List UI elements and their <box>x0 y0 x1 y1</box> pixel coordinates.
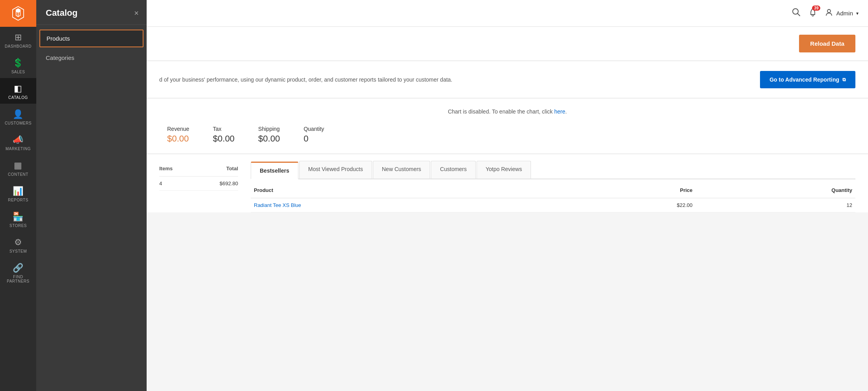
chart-area: Chart is disabled. To enable the chart, … <box>147 99 868 154</box>
stat-tax: Tax $0.00 <box>213 126 235 144</box>
customers-icon: 👤 <box>13 109 24 119</box>
product-price-cell: $22.00 <box>566 198 696 212</box>
nav-item-reports-label: REPORTS <box>8 198 28 202</box>
nav-item-sales[interactable]: 💲 SALES <box>0 52 36 78</box>
stat-tax-label: Tax <box>213 126 235 132</box>
right-section: Bestsellers Most Viewed Products New Cus… <box>238 155 855 212</box>
product-link[interactable]: Radiant Tee XS Blue <box>254 202 301 208</box>
price-col-header: Price <box>566 182 696 198</box>
admin-menu-button[interactable]: Admin ▾ <box>825 8 859 18</box>
search-icon[interactable] <box>792 8 801 19</box>
svg-line-1 <box>798 14 800 16</box>
find-partners-icon: 🔗 <box>13 263 24 273</box>
advanced-reporting-section: d of your business' performance, using o… <box>147 61 868 98</box>
nav-item-reports[interactable]: 📊 REPORTS <box>0 181 36 206</box>
bottom-table-area: Items Total 4 $692.80 Bestsellers Most V… <box>159 155 855 212</box>
nav-item-stores-label: STORES <box>9 223 27 228</box>
catalog-icon: ◧ <box>14 84 22 94</box>
advanced-reporting-button-label: Go to Advanced Reporting <box>769 76 839 83</box>
stat-revenue-label: Revenue <box>167 126 189 132</box>
admin-label: Admin <box>836 10 853 17</box>
notification-count: 39 <box>812 6 820 11</box>
nav-item-catalog-label: CATALOG <box>8 95 28 100</box>
main-content: 39 Admin ▾ Reload Data d of your busines… <box>147 0 868 391</box>
tab-new-customers[interactable]: New Customers <box>373 161 430 179</box>
nav-item-customers-label: CUSTOMERS <box>5 121 32 125</box>
stat-quantity-value: 0 <box>304 134 324 144</box>
stats-row: Revenue $0.00 Tax $0.00 Shipping $0.00 Q… <box>159 126 855 144</box>
flyout-header: Catalog × <box>36 0 147 25</box>
reload-data-button[interactable]: Reload Data <box>799 35 855 52</box>
content-icon: ▦ <box>14 160 22 171</box>
nav-item-sales-label: SALES <box>11 70 25 74</box>
catalog-flyout: Catalog × Products Categories <box>36 0 147 391</box>
product-table: Product Price Quantity Radiant Tee XS Bl… <box>251 182 855 212</box>
dashboard-bar: Reload Data <box>147 27 868 61</box>
nav-item-find-partners[interactable]: 🔗 FIND PARTNERS <box>0 257 36 287</box>
chart-enable-link[interactable]: here <box>554 108 565 115</box>
reports-icon: 📊 <box>13 186 24 196</box>
nav-item-marketing[interactable]: 📣 MARKETING <box>0 129 36 155</box>
chart-disabled-text-prefix: Chart is disabled. To enable the chart, … <box>448 108 554 115</box>
nav-item-content-label: CONTENT <box>8 172 28 177</box>
product-col-header: Product <box>251 182 566 198</box>
stat-revenue-value: $0.00 <box>167 134 189 144</box>
chart-disabled-message: Chart is disabled. To enable the chart, … <box>159 108 855 115</box>
nav-icons-bar: ⊞ DASHBOARD 💲 SALES ◧ CATALOG 👤 CUSTOMER… <box>0 0 36 391</box>
advanced-reporting-description: d of your business' performance, using o… <box>159 76 760 83</box>
product-quantity-cell: 12 <box>696 198 855 212</box>
left-table-row: 4 $692.80 <box>159 177 238 191</box>
nav-item-dashboard[interactable]: ⊞ DASHBOARD <box>0 27 36 52</box>
nav-item-system[interactable]: ⚙ SYSTEM <box>0 232 36 257</box>
top-header: 39 Admin ▾ <box>147 0 868 27</box>
tab-bestsellers[interactable]: Bestsellers <box>251 162 298 179</box>
left-summary-table: Items Total 4 $692.80 <box>159 155 238 212</box>
nav-item-catalog[interactable]: ◧ CATALOG <box>0 78 36 104</box>
stat-shipping-value: $0.00 <box>258 134 280 144</box>
left-col-items-header: Items <box>159 166 173 171</box>
tab-most-viewed-products[interactable]: Most Viewed Products <box>299 161 372 179</box>
admin-dropdown-icon: ▾ <box>856 11 859 16</box>
tab-yotpo-reviews[interactable]: Yotpo Reviews <box>477 161 531 179</box>
flyout-title: Catalog <box>46 8 78 18</box>
header-actions: 39 Admin ▾ <box>792 8 859 19</box>
system-icon: ⚙ <box>14 237 22 248</box>
svg-point-3 <box>827 9 831 13</box>
notification-bell-button[interactable]: 39 <box>808 8 817 19</box>
stat-quantity-label: Quantity <box>304 126 324 132</box>
nav-item-content[interactable]: ▦ CONTENT <box>0 155 36 181</box>
advanced-reporting-button[interactable]: Go to Advanced Reporting ⧉ <box>760 71 855 88</box>
flyout-close-button[interactable]: × <box>134 9 139 17</box>
nav-item-marketing-label: MARKETING <box>6 147 31 151</box>
left-table-header: Items Total <box>159 162 238 177</box>
stores-icon: 🏪 <box>13 212 24 222</box>
stat-tax-value: $0.00 <box>213 134 235 144</box>
nav-item-stores[interactable]: 🏪 STORES <box>0 206 36 232</box>
product-name-cell: Radiant Tee XS Blue <box>251 198 566 212</box>
left-total-value: $692.80 <box>220 181 238 186</box>
tabs-bar: Bestsellers Most Viewed Products New Cus… <box>251 161 855 179</box>
nav-item-dashboard-label: DASHBOARD <box>5 44 32 48</box>
flyout-menu: Products Categories <box>36 25 147 70</box>
left-items-value: 4 <box>159 181 162 186</box>
content-body: Reload Data d of your business' performa… <box>147 27 868 391</box>
tabs-section: Items Total 4 $692.80 Bestsellers Most V… <box>147 155 868 212</box>
nav-item-customers[interactable]: 👤 CUSTOMERS <box>0 104 36 129</box>
flyout-menu-item-products[interactable]: Products <box>39 30 143 47</box>
chart-disabled-text-suffix: . <box>565 108 567 115</box>
flyout-menu-item-categories[interactable]: Categories <box>36 49 147 67</box>
magento-logo <box>0 0 36 27</box>
stat-shipping-label: Shipping <box>258 126 280 132</box>
left-col-total-header: Total <box>226 166 238 171</box>
tab-customers[interactable]: Customers <box>431 161 476 179</box>
stat-shipping: Shipping $0.00 <box>258 126 280 144</box>
svg-point-2 <box>812 15 814 16</box>
stat-revenue: Revenue $0.00 <box>167 126 189 144</box>
stat-quantity: Quantity 0 <box>304 126 324 144</box>
external-link-icon: ⧉ <box>842 77 846 82</box>
sales-icon: 💲 <box>13 58 24 68</box>
admin-avatar-icon <box>825 8 833 18</box>
quantity-col-header: Quantity <box>696 182 855 198</box>
dashboard-icon: ⊞ <box>15 32 22 43</box>
nav-item-find-partners-label: FIND PARTNERS <box>2 275 35 283</box>
